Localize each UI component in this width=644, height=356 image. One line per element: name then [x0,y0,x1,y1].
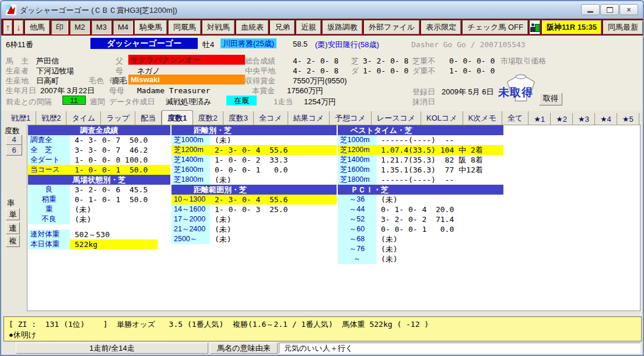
runs-selector[interactable]: 1走前/全14走 [16,343,208,354]
tab-star6[interactable]: ★6 [639,113,644,125]
data-date-label: データ作成日 [109,97,155,107]
sire-banner[interactable]: サクラバクシンオー [128,55,245,65]
distance-row: 芝1600m0- 0- 0- 1 0.0 [172,165,337,175]
row-label: 14～1600 [172,205,210,214]
place-rate-button[interactable]: 連 [6,222,20,234]
toolbar-button-mark[interactable]: 印 [51,20,68,34]
owner-value: 芦田信 [36,56,59,66]
row-label: 当コース [28,165,70,175]
toolbar-button-pedigree[interactable]: 血統表 [236,20,268,34]
toolbar-button-stablemate[interactable]: 同厩馬 [169,20,201,34]
tab-knext-memo[interactable]: K次メモ [463,111,502,125]
row-label: 2500～ [172,234,210,244]
survey-row: 全ダート1- 0- 0- 0 100.0 [28,155,170,165]
tab-time[interactable]: タイム [66,111,101,125]
close-button[interactable]: × [620,4,638,15]
row-label: ～60 [338,224,376,234]
stable-status-badge: 在厩 [226,96,257,105]
tab-forecast-comment[interactable]: 予想コメ [330,111,372,125]
data-status: 滅戦処理済み [166,97,211,107]
toolbar-button-other-horse[interactable]: 他馬 [25,20,50,34]
row-value: (未) [376,195,398,205]
dosu-6-button[interactable]: 6 [6,145,22,156]
tab-all[interactable]: 全て [502,111,528,125]
tab-result-comment[interactable]: 結果コメ [288,111,330,125]
dosu-4-button[interactable]: 4 [6,135,22,145]
row-label: 芝1400m [172,155,210,165]
toolbar-button-ridden[interactable]: 騎乗馬 [135,20,167,34]
name-origin-label: 馬名の意味由来 [210,343,278,354]
interval-label: 前走との間隔 [6,97,52,107]
prev-horse-button[interactable]: ↑ [4,20,12,34]
tab-all-comment[interactable]: 全コメ [254,111,288,125]
minimize-button[interactable] [581,4,600,15]
impost: 58.5 [293,40,307,48]
damsire-banner[interactable]: Miswaki [128,75,245,84]
row-label: 連対体重 [28,230,70,239]
note-line: ●休明け [9,330,36,340]
win-rate-button[interactable]: 単 [6,208,20,220]
condition-row: 良3- 2- 0- 6 45.5 [28,185,170,195]
tab-star3[interactable]: ★3 [573,113,595,125]
row-label: 芝1000m [338,135,376,145]
prize-value: 17560万円 [287,86,323,96]
row-value: (未) [70,214,92,224]
tab-star1[interactable]: ★1 [528,113,551,125]
latest-same-horse-button[interactable]: 同馬最新 [603,20,643,34]
dirt-heavy-label: ダ重不 [412,66,435,76]
tab-race-comment[interactable]: レースコメ [372,111,421,125]
tab-dosu3[interactable]: 度数3 [223,111,254,125]
toolbar-button-siblings[interactable]: 兄弟 [270,20,295,34]
tab-star5[interactable]: ★5 [617,113,639,125]
horse-name-banner: ダッシャーゴーゴー [90,38,198,49]
tab-haito[interactable]: 配当 [135,111,162,125]
app-icon [6,5,16,17]
toolbar-button-external-file[interactable]: 外部ファイル [364,20,419,34]
damdam-label: 母母 [109,86,124,96]
toolbar-button-rivals[interactable]: 対戦馬 [202,20,235,34]
tab-dosu1[interactable]: 度数1 [162,110,192,125]
row-value: (未) [376,244,398,254]
toolbar-button-relatives[interactable]: 近親 [296,20,321,34]
registration-label: 登録日 [412,87,435,97]
range-row-highlighted: 10～13002- 3- 0- 4 55.6 [172,195,337,205]
race-info-button[interactable]: 阪神11R 15:35 [542,20,601,34]
show-rate-button[interactable]: 複 [6,235,20,247]
tab-senreki2[interactable]: 戦歴2 [36,111,66,125]
toolbar-button-m3[interactable]: M3 [92,20,111,34]
dirt-label: ダ [351,66,359,76]
toolbar-button-training[interactable]: 坂路調教 [323,20,362,34]
tab-dosu2[interactable]: 度数2 [193,111,223,125]
jockey-name[interactable]: 川田将雅(25歳) [220,38,276,48]
central-flat-record: 4- 2- 0- 8 [293,66,338,75]
row-value: 1- 0- 0- 0 100.0 [70,155,148,165]
maximize-icon [607,7,613,13]
check-horse-toggle-button[interactable] [530,20,540,34]
toolbar-button-check-horse-off[interactable]: チェック馬 OFF [463,20,528,34]
acquire-button[interactable]: 取得 [539,93,562,105]
trainer-name[interactable]: (栗)安田隆行(58歳) [315,40,379,50]
tab-lap[interactable]: ラップ [101,111,135,125]
row-value: 4- 3- 0- 7 50.0 [70,135,148,145]
toolbar-button-m4[interactable]: M4 [113,20,133,34]
row-value: 3- 2- 0- 6 45.5 [70,185,148,195]
next-horse-button[interactable]: ↓ [14,20,23,34]
tab-kol-comment[interactable]: KOLコメ [421,111,463,125]
tab-star2[interactable]: ★2 [551,113,573,125]
tab-star4[interactable]: ★4 [595,113,617,125]
horse-name-english: Dasher Go Go / 2007105543 [411,40,526,49]
horse-info-panel: 6枠11番 ダッシャーゴーゴー 牡4 川田将雅(25歳) 58.5 (栗)安田隆… [1,36,643,111]
pci-header: ＰＣＩ・芝 [338,185,503,195]
row-label: 21～2400 [172,224,210,234]
row-label: 芝1200m [338,145,376,155]
maximize-button[interactable] [600,4,619,15]
condition-row: 重(未) [28,205,170,214]
row-label: 芝1600m [172,165,210,175]
row-value: 502～530 [70,230,110,239]
name-origin-value: 元気のいい人＋行く [279,343,640,354]
weight-row: 連対体重502～530 [28,230,170,239]
toolbar-button-display-limit[interactable]: 表示限定 [421,20,461,34]
toolbar-button-m2[interactable]: M2 [70,20,90,34]
tab-senreki1[interactable]: 戦歴1 [6,111,36,125]
central-flat-label: 中央平地 [245,66,275,76]
